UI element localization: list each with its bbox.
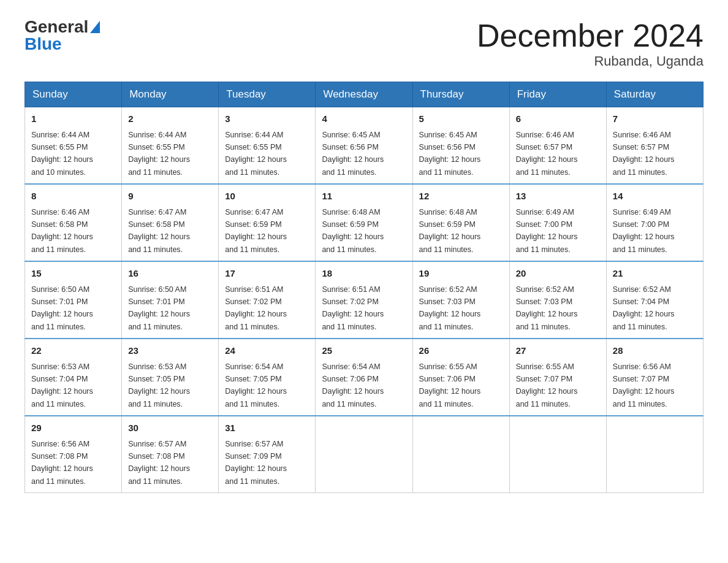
calendar-day-cell: 6 Sunrise: 6:46 AMSunset: 6:57 PMDayligh… — [509, 107, 606, 185]
day-info: Sunrise: 6:53 AMSunset: 7:04 PMDaylight:… — [31, 362, 93, 408]
calendar-day-cell: 15 Sunrise: 6:50 AMSunset: 7:01 PMDaylig… — [25, 261, 122, 339]
calendar-header-row: SundayMondayTuesdayWednesdayThursdayFrid… — [25, 82, 703, 107]
logo-general: General — [25, 18, 88, 36]
calendar-day-cell — [316, 416, 412, 493]
day-number: 19 — [419, 267, 503, 281]
day-number: 30 — [128, 421, 212, 435]
calendar-day-cell: 1 Sunrise: 6:44 AMSunset: 6:55 PMDayligh… — [25, 107, 122, 185]
calendar-day-cell: 7 Sunrise: 6:46 AMSunset: 6:57 PMDayligh… — [606, 107, 703, 185]
logo: General Blue — [25, 18, 100, 53]
day-info: Sunrise: 6:44 AMSunset: 6:55 PMDaylight:… — [225, 131, 287, 177]
day-info: Sunrise: 6:53 AMSunset: 7:05 PMDaylight:… — [128, 362, 190, 408]
day-number: 16 — [128, 267, 212, 281]
day-number: 31 — [225, 421, 309, 435]
column-header-thursday: Thursday — [412, 82, 509, 107]
day-info: Sunrise: 6:48 AMSunset: 6:59 PMDaylight:… — [322, 208, 384, 254]
calendar-day-cell: 5 Sunrise: 6:45 AMSunset: 6:56 PMDayligh… — [412, 107, 509, 185]
day-number: 23 — [128, 344, 212, 358]
day-number: 1 — [31, 112, 115, 126]
day-info: Sunrise: 6:57 AMSunset: 7:09 PMDaylight:… — [225, 440, 287, 486]
calendar-day-cell: 23 Sunrise: 6:53 AMSunset: 7:05 PMDaylig… — [122, 339, 219, 416]
day-info: Sunrise: 6:48 AMSunset: 6:59 PMDaylight:… — [419, 208, 481, 254]
calendar-day-cell: 17 Sunrise: 6:51 AMSunset: 7:02 PMDaylig… — [219, 261, 316, 339]
column-header-monday: Monday — [122, 82, 219, 107]
day-info: Sunrise: 6:46 AMSunset: 6:57 PMDaylight:… — [613, 131, 675, 177]
column-header-wednesday: Wednesday — [316, 82, 412, 107]
day-number: 14 — [613, 190, 697, 204]
calendar-day-cell: 3 Sunrise: 6:44 AMSunset: 6:55 PMDayligh… — [219, 107, 316, 185]
calendar-day-cell: 18 Sunrise: 6:51 AMSunset: 7:02 PMDaylig… — [316, 261, 412, 339]
calendar-day-cell — [606, 416, 703, 493]
day-number: 2 — [128, 112, 212, 126]
day-info: Sunrise: 6:55 AMSunset: 7:07 PMDaylight:… — [516, 362, 578, 408]
day-info: Sunrise: 6:54 AMSunset: 7:05 PMDaylight:… — [225, 362, 287, 408]
day-number: 15 — [31, 267, 115, 281]
calendar-day-cell — [509, 416, 606, 493]
calendar-table: SundayMondayTuesdayWednesdayThursdayFrid… — [25, 82, 703, 493]
calendar-day-cell: 27 Sunrise: 6:55 AMSunset: 7:07 PMDaylig… — [509, 339, 606, 416]
calendar-day-cell: 28 Sunrise: 6:56 AMSunset: 7:07 PMDaylig… — [606, 339, 703, 416]
page-header: General Blue December 2024 Rubanda, Ugan… — [25, 18, 703, 69]
calendar-week-row: 15 Sunrise: 6:50 AMSunset: 7:01 PMDaylig… — [25, 261, 703, 339]
calendar-day-cell: 12 Sunrise: 6:48 AMSunset: 6:59 PMDaylig… — [412, 184, 509, 261]
calendar-day-cell: 24 Sunrise: 6:54 AMSunset: 7:05 PMDaylig… — [219, 339, 316, 416]
calendar-day-cell: 19 Sunrise: 6:52 AMSunset: 7:03 PMDaylig… — [412, 261, 509, 339]
day-info: Sunrise: 6:49 AMSunset: 7:00 PMDaylight:… — [516, 208, 578, 254]
calendar-day-cell: 29 Sunrise: 6:56 AMSunset: 7:08 PMDaylig… — [25, 416, 122, 493]
column-header-tuesday: Tuesday — [219, 82, 316, 107]
day-number: 18 — [322, 267, 406, 281]
day-number: 21 — [613, 267, 697, 281]
day-number: 12 — [419, 190, 503, 204]
column-header-friday: Friday — [509, 82, 606, 107]
day-number: 10 — [225, 190, 309, 204]
day-info: Sunrise: 6:46 AMSunset: 6:58 PMDaylight:… — [31, 208, 93, 254]
calendar-day-cell: 31 Sunrise: 6:57 AMSunset: 7:09 PMDaylig… — [219, 416, 316, 493]
calendar-day-cell: 4 Sunrise: 6:45 AMSunset: 6:56 PMDayligh… — [316, 107, 412, 185]
logo-triangle-icon — [90, 21, 100, 33]
day-info: Sunrise: 6:49 AMSunset: 7:00 PMDaylight:… — [613, 208, 675, 254]
day-number: 26 — [419, 344, 503, 358]
day-number: 9 — [128, 190, 212, 204]
calendar-day-cell: 2 Sunrise: 6:44 AMSunset: 6:55 PMDayligh… — [122, 107, 219, 185]
logo-blue: Blue — [25, 34, 62, 53]
day-info: Sunrise: 6:44 AMSunset: 6:55 PMDaylight:… — [31, 131, 93, 177]
day-number: 28 — [613, 344, 697, 358]
day-number: 3 — [225, 112, 309, 126]
column-header-saturday: Saturday — [606, 82, 703, 107]
day-info: Sunrise: 6:45 AMSunset: 6:56 PMDaylight:… — [322, 131, 384, 177]
day-info: Sunrise: 6:50 AMSunset: 7:01 PMDaylight:… — [128, 285, 190, 331]
day-info: Sunrise: 6:44 AMSunset: 6:55 PMDaylight:… — [128, 131, 190, 177]
calendar-day-cell: 14 Sunrise: 6:49 AMSunset: 7:00 PMDaylig… — [606, 184, 703, 261]
calendar-day-cell: 11 Sunrise: 6:48 AMSunset: 6:59 PMDaylig… — [316, 184, 412, 261]
calendar-day-cell: 22 Sunrise: 6:53 AMSunset: 7:04 PMDaylig… — [25, 339, 122, 416]
calendar-week-row: 29 Sunrise: 6:56 AMSunset: 7:08 PMDaylig… — [25, 416, 703, 493]
day-number: 24 — [225, 344, 309, 358]
day-info: Sunrise: 6:47 AMSunset: 6:59 PMDaylight:… — [225, 208, 287, 254]
column-header-sunday: Sunday — [25, 82, 122, 107]
calendar-day-cell: 13 Sunrise: 6:49 AMSunset: 7:00 PMDaylig… — [509, 184, 606, 261]
day-info: Sunrise: 6:45 AMSunset: 6:56 PMDaylight:… — [419, 131, 481, 177]
day-info: Sunrise: 6:55 AMSunset: 7:06 PMDaylight:… — [419, 362, 481, 408]
day-number: 13 — [516, 190, 600, 204]
calendar-day-cell: 25 Sunrise: 6:54 AMSunset: 7:06 PMDaylig… — [316, 339, 412, 416]
day-number: 6 — [516, 112, 600, 126]
day-info: Sunrise: 6:57 AMSunset: 7:08 PMDaylight:… — [128, 440, 190, 486]
day-number: 5 — [419, 112, 503, 126]
day-info: Sunrise: 6:54 AMSunset: 7:06 PMDaylight:… — [322, 362, 384, 408]
day-info: Sunrise: 6:47 AMSunset: 6:58 PMDaylight:… — [128, 208, 190, 254]
day-info: Sunrise: 6:50 AMSunset: 7:01 PMDaylight:… — [31, 285, 93, 331]
day-info: Sunrise: 6:46 AMSunset: 6:57 PMDaylight:… — [516, 131, 578, 177]
day-number: 11 — [322, 190, 406, 204]
day-info: Sunrise: 6:56 AMSunset: 7:08 PMDaylight:… — [31, 440, 93, 486]
day-number: 22 — [31, 344, 115, 358]
day-number: 8 — [31, 190, 115, 204]
calendar-week-row: 1 Sunrise: 6:44 AMSunset: 6:55 PMDayligh… — [25, 107, 703, 185]
calendar-day-cell — [412, 416, 509, 493]
day-number: 4 — [322, 112, 406, 126]
day-info: Sunrise: 6:56 AMSunset: 7:07 PMDaylight:… — [613, 362, 675, 408]
calendar-day-cell: 9 Sunrise: 6:47 AMSunset: 6:58 PMDayligh… — [122, 184, 219, 261]
day-number: 27 — [516, 344, 600, 358]
month-title: December 2024 — [477, 18, 703, 53]
location: Rubanda, Uganda — [477, 53, 703, 69]
calendar-day-cell: 30 Sunrise: 6:57 AMSunset: 7:08 PMDaylig… — [122, 416, 219, 493]
